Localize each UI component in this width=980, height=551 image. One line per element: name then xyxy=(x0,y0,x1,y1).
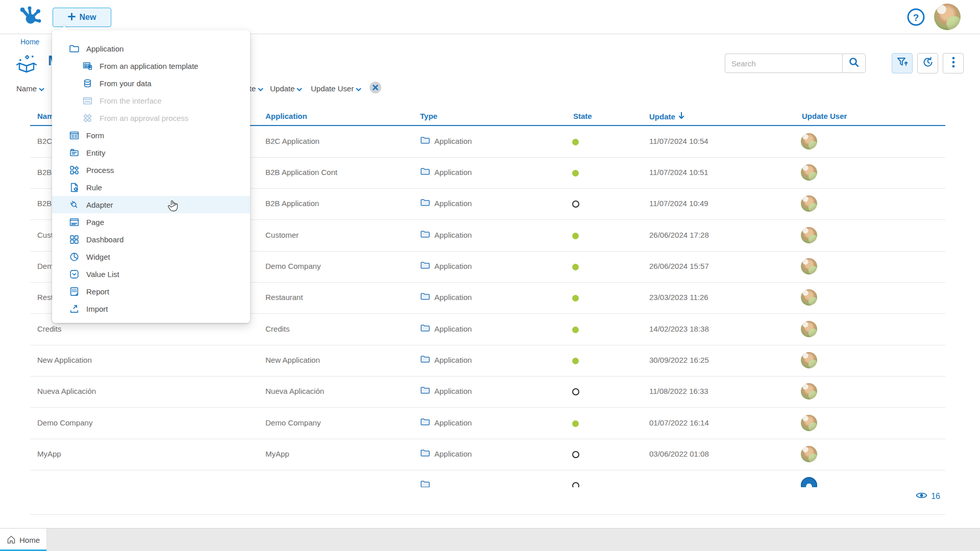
sort-desc-arrow-icon xyxy=(678,112,684,121)
new-dropdown-menu: Application From an application template… xyxy=(52,30,250,323)
menu-item-process[interactable]: Process xyxy=(52,161,250,179)
menu-item-form[interactable]: Form xyxy=(52,127,250,144)
menu-item-adapter[interactable]: Adapter xyxy=(52,196,250,213)
menu-item-value-list[interactable]: Value List xyxy=(52,265,250,283)
menu-item-from-the-interface: From the interface xyxy=(52,92,250,109)
menu-item-label: Import xyxy=(86,305,108,313)
state-dot xyxy=(572,420,579,427)
value-list-icon xyxy=(69,269,80,280)
folder-icon xyxy=(420,260,430,272)
cell-state xyxy=(572,326,579,335)
cell-application: Nueva Aplicación xyxy=(265,387,324,395)
chevron-down-icon xyxy=(356,84,361,93)
cell-update: 11/07/2024 10:49 xyxy=(649,199,708,208)
app-template-icon xyxy=(82,61,93,71)
cell-update: 14/02/2023 18:38 xyxy=(649,324,709,333)
row-avatar xyxy=(801,133,817,149)
cell-type: Application xyxy=(420,229,472,241)
menu-item-page[interactable]: Page xyxy=(52,213,250,231)
filter-chip-label: Update User xyxy=(311,84,354,93)
menu-item-from-your-data[interactable]: From your data xyxy=(52,74,250,92)
cell-update: 26/06/2024 15:57 xyxy=(649,262,709,270)
taskbar-tab-home[interactable]: Home xyxy=(0,529,47,551)
cell-update: 01/07/2022 16:14 xyxy=(649,418,709,427)
cell-type: Application xyxy=(420,417,472,429)
menu-item-label: Application xyxy=(86,44,124,53)
menu-item-label: From your data xyxy=(100,79,152,88)
column-header-update-user[interactable]: Update User xyxy=(802,112,847,120)
clear-filters-button[interactable] xyxy=(370,82,381,93)
row-avatar xyxy=(801,446,817,462)
cell-application: Demo Company xyxy=(265,418,321,427)
cell-name: MyApp xyxy=(37,449,61,458)
search-icon xyxy=(848,57,860,70)
search-input[interactable] xyxy=(725,54,842,73)
filter-chip-update[interactable]: Update xyxy=(270,83,302,94)
more-options-button[interactable] xyxy=(943,53,964,73)
table-row[interactable]: MyApp MyApp Application 03/06/2022 01:08 xyxy=(30,439,945,470)
menu-item-from-application-template[interactable]: From an application template xyxy=(52,57,250,74)
database-icon xyxy=(82,78,93,89)
cell-update: 30/09/2022 16:25 xyxy=(649,356,709,364)
interface-window-icon xyxy=(82,95,93,106)
user-avatar[interactable] xyxy=(934,4,961,30)
menu-item-widget[interactable]: Widget xyxy=(52,248,250,265)
folder-icon xyxy=(420,385,430,397)
help-icon[interactable]: ? xyxy=(906,8,925,27)
menu-item-import[interactable]: Import xyxy=(52,300,250,317)
column-header-update[interactable]: Update xyxy=(649,112,684,121)
folder-icon xyxy=(420,166,430,178)
column-header-application[interactable]: Application xyxy=(265,112,307,120)
menu-item-label: Value List xyxy=(86,270,119,279)
menu-item-entity[interactable]: Entity xyxy=(52,144,250,161)
cell-application: B2C Application xyxy=(265,137,320,145)
folder-icon xyxy=(420,135,430,147)
cell-name: New Application xyxy=(37,356,92,364)
menu-item-label: From an application template xyxy=(100,62,198,70)
search-group xyxy=(725,54,866,73)
folder-icon xyxy=(420,229,430,241)
filter-button[interactable] xyxy=(892,53,913,73)
cell-state xyxy=(572,263,579,272)
column-header-type[interactable]: Type xyxy=(420,112,437,120)
new-button[interactable]: New xyxy=(53,8,111,27)
plug-icon xyxy=(69,199,80,210)
cell-state xyxy=(572,388,579,397)
menu-item-report[interactable]: Report xyxy=(52,283,250,300)
menu-item-rule[interactable]: Rule xyxy=(52,179,250,196)
history-button[interactable] xyxy=(917,53,938,73)
cell-name: Nueva Aplicación xyxy=(37,387,96,395)
import-icon xyxy=(69,304,80,314)
menu-item-label: From the interface xyxy=(100,96,162,105)
top-bar: New ? xyxy=(0,0,980,34)
table-bottom-fade: 16 xyxy=(30,487,945,514)
state-dot xyxy=(572,233,579,239)
form-icon xyxy=(69,130,80,141)
state-dot xyxy=(572,327,579,333)
menu-item-label: Page xyxy=(86,218,104,227)
table-row[interactable]: Demo Company Demo Company Application 01… xyxy=(30,408,945,439)
cell-type: Application xyxy=(420,135,472,147)
cell-state xyxy=(572,294,579,303)
breadcrumb-home-link[interactable]: Home xyxy=(20,38,39,46)
taskbar-tab-label: Home xyxy=(19,536,40,544)
brand-logo-icon[interactable] xyxy=(17,4,43,30)
cell-state xyxy=(572,201,579,209)
filter-chip-name[interactable]: Name xyxy=(16,83,44,94)
cell-update: 11/07/2024 10:54 xyxy=(649,137,708,145)
menu-item-label: Rule xyxy=(86,183,102,192)
filter-chip-update-user[interactable]: Update User xyxy=(311,83,361,94)
folder-icon xyxy=(420,323,430,335)
search-submit-button[interactable] xyxy=(842,54,866,73)
menu-item-label: Report xyxy=(86,287,109,296)
cell-type: Application xyxy=(420,385,472,397)
state-dot xyxy=(572,139,579,145)
filter-chip-label: Update xyxy=(270,84,295,93)
row-avatar xyxy=(801,164,817,181)
table-row[interactable]: New Application New Application Applicat… xyxy=(30,345,945,377)
state-dot xyxy=(572,264,579,270)
menu-item-dashboard[interactable]: Dashboard xyxy=(52,231,250,248)
table-row[interactable]: Nueva Aplicación Nueva Aplicación Applic… xyxy=(30,376,945,408)
column-header-state[interactable]: State xyxy=(573,112,592,120)
menu-item-application[interactable]: Application xyxy=(52,40,250,57)
